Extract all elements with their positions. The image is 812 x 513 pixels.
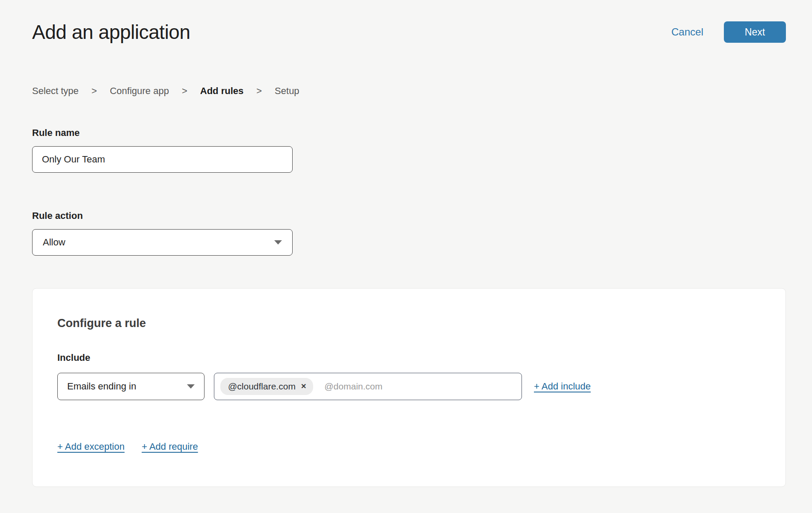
breadcrumb-step-add-rules[interactable]: Add rules	[200, 86, 243, 97]
page-header: Add an application Cancel Next	[32, 21, 786, 44]
next-button[interactable]: Next	[724, 21, 786, 43]
add-exception-link[interactable]: + Add exception	[57, 441, 124, 452]
breadcrumb-separator: >	[92, 86, 97, 97]
rule-name-label: Rule name	[32, 127, 786, 139]
rule-action-value: Allow	[43, 237, 65, 248]
include-selector[interactable]: Emails ending in	[57, 373, 204, 400]
rule-action-select[interactable]: Allow	[32, 229, 293, 256]
email-chip: @cloudflare.com ✕	[220, 378, 313, 395]
add-application-page: Add an application Cancel Next Select ty…	[0, 0, 812, 513]
chevron-down-icon	[187, 384, 195, 389]
add-require-link[interactable]: + Add require	[142, 441, 198, 452]
card-title: Configure a rule	[57, 317, 761, 330]
domain-input[interactable]	[324, 381, 516, 392]
rule-links-row: + Add exception + Add require	[57, 441, 761, 452]
rule-name-input[interactable]	[32, 146, 293, 173]
chip-close-icon[interactable]: ✕	[301, 383, 306, 390]
breadcrumb-step-select-type[interactable]: Select type	[32, 86, 79, 97]
email-domains-input[interactable]: @cloudflare.com ✕	[214, 373, 522, 400]
chevron-down-icon	[274, 240, 282, 245]
header-actions: Cancel Next	[671, 21, 786, 43]
configure-rule-card: Configure a rule Include Emails ending i…	[32, 288, 786, 487]
include-label: Include	[57, 352, 761, 363]
cancel-button[interactable]: Cancel	[671, 26, 703, 38]
breadcrumb-step-configure-app[interactable]: Configure app	[110, 86, 169, 97]
page-title: Add an application	[32, 21, 190, 44]
breadcrumb: Select type > Configure app > Add rules …	[32, 86, 786, 97]
breadcrumb-separator: >	[256, 86, 262, 97]
breadcrumb-separator: >	[182, 86, 187, 97]
add-include-link[interactable]: + Add include	[534, 381, 591, 392]
breadcrumb-step-setup[interactable]: Setup	[275, 86, 299, 97]
rule-action-label: Rule action	[32, 210, 786, 221]
include-selector-value: Emails ending in	[67, 381, 136, 392]
include-row: Emails ending in @cloudflare.com ✕ + Add…	[57, 373, 761, 400]
email-chip-label: @cloudflare.com	[228, 381, 296, 392]
